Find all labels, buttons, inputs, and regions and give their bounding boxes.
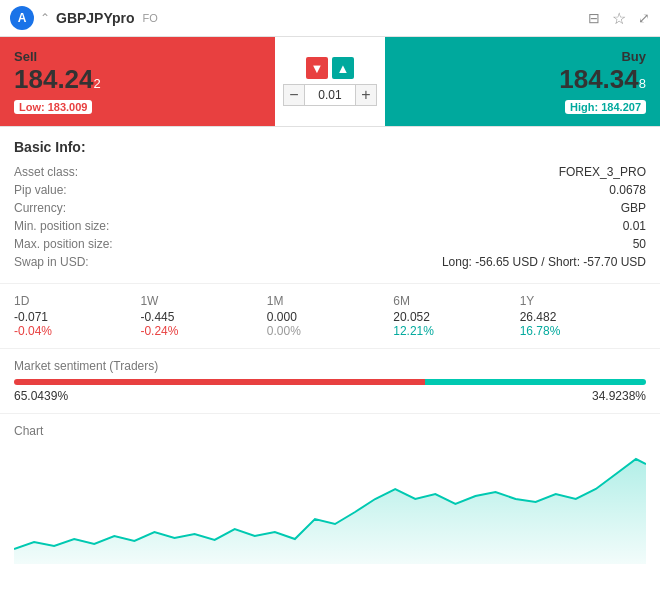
bars-icon[interactable]: ⊟: [588, 10, 600, 26]
info-value: FOREX_3_PRO: [559, 165, 646, 179]
trade-controls: ▼ ▲ − 0.01 +: [275, 37, 385, 126]
header-icons: ⊟ ☆ ⤢: [588, 9, 650, 28]
performance-section: 1D1W1M6M1Y -0.071-0.4450.00020.05226.482…: [0, 284, 660, 349]
star-icon[interactable]: ☆: [612, 9, 626, 28]
info-value: 0.0678: [609, 183, 646, 197]
basic-info-title: Basic Info:: [14, 139, 646, 155]
sell-arrow-button[interactable]: ▼: [306, 57, 328, 79]
perf-pct-cell: -0.24%: [140, 324, 266, 338]
perf-period-cell: 1M: [267, 294, 393, 308]
sell-label: Sell: [14, 49, 261, 64]
perf-period-cell: 1D: [14, 294, 140, 308]
perf-abs-cell: -0.071: [14, 310, 140, 324]
perf-abs-cell: 0.000: [267, 310, 393, 324]
perf-pct-row: -0.04%-0.24%0.00%12.21%16.78%: [14, 324, 646, 338]
perf-periods-row: 1D1W1M6M1Y: [14, 294, 646, 310]
sentiment-bear-bar: [14, 379, 425, 385]
chevron-up-icon: ⌃: [40, 11, 50, 25]
chart-area: [14, 444, 646, 564]
qty-value-display: 0.01: [305, 84, 355, 106]
qty-plus-button[interactable]: +: [355, 84, 377, 106]
buy-arrow-button[interactable]: ▲: [332, 57, 354, 79]
perf-abs-cell: -0.445: [140, 310, 266, 324]
perf-pct-cell: 0.00%: [267, 324, 393, 338]
expand-icon[interactable]: ⤢: [638, 10, 650, 26]
chart-section: Chart: [0, 414, 660, 574]
perf-pct-cell: -0.04%: [14, 324, 140, 338]
info-label: Swap in USD:: [14, 255, 89, 269]
direction-arrows: ▼ ▲: [306, 57, 354, 79]
sentiment-bar: [14, 379, 646, 385]
chart-fill: [14, 459, 646, 564]
perf-abs-cell: 20.052: [393, 310, 519, 324]
header-left: A ⌃ GBPJPYpro FO: [10, 6, 158, 30]
info-label: Pip value:: [14, 183, 67, 197]
bear-pct-label: 65.0439%: [14, 389, 68, 403]
info-label: Asset class:: [14, 165, 78, 179]
perf-table: 1D1W1M6M1Y -0.071-0.4450.00020.05226.482…: [14, 294, 646, 338]
info-label: Currency:: [14, 201, 66, 215]
sell-low-tag: Low: 183.009: [14, 100, 92, 114]
info-row: Swap in USD: Long: -56.65 USD / Short: -…: [14, 253, 646, 271]
perf-period-cell: 6M: [393, 294, 519, 308]
symbol-type: FO: [143, 12, 158, 24]
info-row: Asset class: FOREX_3_PRO: [14, 163, 646, 181]
chart-label: Chart: [14, 424, 646, 438]
perf-pct-cell: 16.78%: [520, 324, 646, 338]
price-chart: [14, 444, 646, 564]
perf-abs-cell: 26.482: [520, 310, 646, 324]
buy-price-sup: 8: [639, 76, 646, 91]
avatar: A: [10, 6, 34, 30]
basic-info-section: Basic Info: Asset class: FOREX_3_PROPip …: [0, 127, 660, 284]
header: A ⌃ GBPJPYpro FO ⊟ ☆ ⤢: [0, 0, 660, 37]
perf-period-cell: 1W: [140, 294, 266, 308]
buy-side[interactable]: Buy 184.348 High: 184.207: [385, 37, 660, 126]
sentiment-bull-bar: [425, 379, 646, 385]
buy-label: Buy: [621, 49, 646, 64]
perf-period-cell: 1Y: [520, 294, 646, 308]
info-row: Pip value: 0.0678: [14, 181, 646, 199]
info-label: Max. position size:: [14, 237, 113, 251]
info-value: 0.01: [623, 219, 646, 233]
info-value: 50: [633, 237, 646, 251]
sell-price-sup: 2: [94, 76, 101, 91]
perf-pct-cell: 12.21%: [393, 324, 519, 338]
buy-high-tag: High: 184.207: [565, 100, 646, 114]
sell-price: 184.24: [14, 66, 94, 92]
sentiment-section: Market sentiment (Traders) 65.0439% 34.9…: [0, 349, 660, 414]
sentiment-values: 65.0439% 34.9238%: [14, 389, 646, 403]
perf-abs-row: -0.071-0.4450.00020.05226.482: [14, 310, 646, 324]
trade-bar: Sell 184.242 Low: 183.009 ▼ ▲ − 0.01 + B…: [0, 37, 660, 127]
quantity-control: − 0.01 +: [283, 84, 377, 106]
buy-price: 184.34: [559, 66, 639, 92]
info-row: Max. position size: 50: [14, 235, 646, 253]
qty-minus-button[interactable]: −: [283, 84, 305, 106]
info-value: Long: -56.65 USD / Short: -57.70 USD: [442, 255, 646, 269]
symbol-name: GBPJPYpro: [56, 10, 135, 26]
info-rows: Asset class: FOREX_3_PROPip value: 0.067…: [14, 163, 646, 271]
sell-side[interactable]: Sell 184.242 Low: 183.009: [0, 37, 275, 126]
bull-pct-label: 34.9238%: [592, 389, 646, 403]
info-row: Min. position size: 0.01: [14, 217, 646, 235]
info-label: Min. position size:: [14, 219, 109, 233]
sentiment-label: Market sentiment (Traders): [14, 359, 646, 373]
info-value: GBP: [621, 201, 646, 215]
info-row: Currency: GBP: [14, 199, 646, 217]
